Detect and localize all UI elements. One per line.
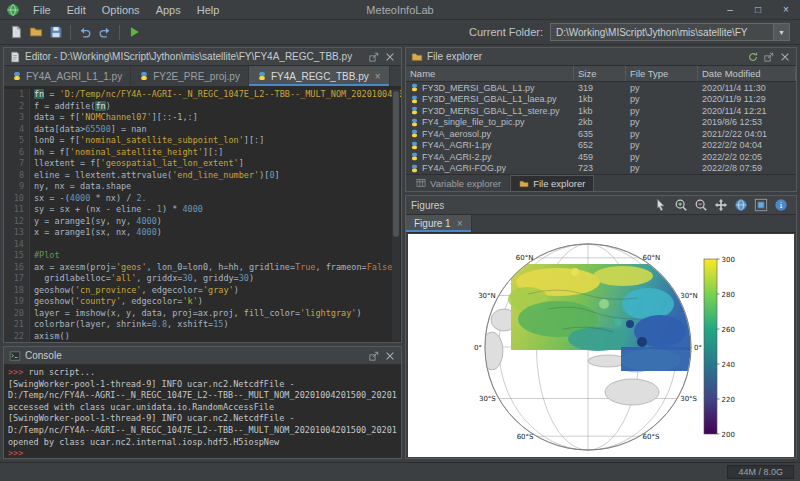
table-row[interactable]: FY3D_MERSI_GBAL_L1_stere.py1kbpy2020/11/… — [406, 105, 796, 117]
line-number: 20 — [4, 308, 30, 320]
save-icon[interactable] — [47, 23, 65, 41]
run-icon[interactable] — [125, 23, 143, 41]
scrollbar-thumb[interactable] — [393, 91, 399, 237]
select-icon[interactable] — [652, 196, 670, 214]
float-panel-icon[interactable] — [368, 51, 380, 63]
code-line: 20layer = imshow(x, y, data, proj=ax.pro… — [4, 308, 401, 320]
refresh-icon[interactable] — [747, 51, 759, 63]
undo-icon[interactable] — [76, 23, 94, 41]
code-text: eline = llextent.attrvalue('end_line_num… — [30, 170, 280, 182]
file-size: 723 — [574, 163, 626, 173]
code-line: 21colorbar(layer, shrink=0.8, xshift=15) — [4, 319, 401, 331]
float-panel-icon[interactable] — [368, 350, 380, 362]
line-number: 16 — [4, 262, 30, 274]
open-folder-icon[interactable] — [27, 23, 45, 41]
column-header-file-type[interactable]: File Type — [626, 66, 698, 81]
redo-icon[interactable] — [96, 23, 114, 41]
python-file-icon — [410, 141, 419, 150]
menu-options[interactable]: Options — [94, 0, 148, 20]
code-line: 6hh = f['nominal_satellite_height'][:] — [4, 147, 401, 159]
lat-label-right: 0° — [694, 344, 702, 352]
close-tab-icon[interactable]: × — [375, 71, 381, 82]
tab-label: FY4A_AGRI_L1_1.py — [26, 71, 122, 82]
tab-file-explorer[interactable]: File explorer — [510, 175, 594, 191]
file-type: py — [626, 129, 698, 139]
code-text: colorbar(layer, shrink=0.8, xshift=15) — [30, 319, 229, 331]
pan-icon[interactable] — [712, 196, 730, 214]
console-output[interactable]: >>> run script...[SwingWorker-pool-1-thr… — [4, 365, 401, 458]
chevron-down-icon[interactable]: ▼ — [773, 24, 789, 40]
code-text: data[data>65500] = nan — [30, 124, 147, 136]
folder-icon — [519, 179, 529, 189]
colorbar-tick-label: 260 — [722, 326, 735, 334]
console-line: [SwingWorker-pool-1-thread-9] INFO ucar.… — [8, 379, 397, 391]
full-extent-icon[interactable] — [752, 196, 770, 214]
close-panel-icon[interactable] — [384, 350, 396, 362]
code-text: sy = sx + (nx - eline - 1) * 4000 — [30, 204, 203, 216]
code-text: ax = axesm(proj='geos', lon_0=lon0, h=hh… — [30, 262, 397, 274]
colorbar-tick-label: 280 — [722, 291, 735, 299]
current-folder-combobox[interactable]: D:\Working\MIScript\Jython\mis\satellite… — [550, 23, 790, 41]
line-number: 8 — [4, 170, 30, 182]
menu-edit[interactable]: Edit — [59, 0, 94, 20]
new-file-icon[interactable] — [7, 23, 25, 41]
current-folder-label: Current Folder: — [469, 26, 543, 38]
close-tab-icon[interactable]: × — [457, 218, 463, 229]
file-type: py — [626, 83, 698, 93]
colorbar-ticks: 300280260240220200 — [717, 256, 735, 439]
code-line: 19geoshow('country', edgecolor='k') — [4, 296, 401, 308]
editor-tab-fy2e-pre-proj-py[interactable]: FY2E_PRE_proj.py — [131, 66, 249, 86]
file-size: 2kb — [574, 117, 626, 127]
column-header-size[interactable]: Size — [574, 66, 626, 81]
close-panel-icon[interactable] — [779, 51, 791, 63]
line-number: 13 — [4, 227, 30, 239]
line-number: 12 — [4, 216, 30, 228]
figure-tab-bar: Figure 1 × — [406, 215, 796, 233]
table-row[interactable]: FY4_single_file_to_pic.py2kbpy2019/8/6 1… — [406, 117, 796, 129]
maximize-button[interactable]: □ — [744, 0, 772, 19]
code-text: hh = f['nominal_satellite_height'][:] — [30, 147, 223, 159]
identify-icon[interactable]: i — [772, 196, 790, 214]
file-name: FY4_single_file_to_pic.py — [422, 117, 525, 127]
editor-tab-fy4a-agri-l1-1-py[interactable]: FY4A_AGRI_L1_1.py — [4, 66, 131, 86]
table-row[interactable]: FY3D_MERSI_GBAL_L1_laea.py1kbpy2020/11/9… — [406, 94, 796, 106]
column-header-date-modified[interactable]: Date Modified — [698, 66, 796, 81]
lat-label-left: 0° — [474, 344, 482, 352]
editor-scrollbar[interactable] — [392, 89, 400, 341]
figure-tab[interactable]: Figure 1 × — [406, 215, 472, 232]
table-row[interactable]: FY4A_aerosol.py635py2021/2/22 04:01 — [406, 128, 796, 140]
window-controls: –□× — [716, 0, 800, 19]
toolbar-separator — [119, 25, 120, 40]
table-row[interactable]: FY3D_MERSI_GBAL_L1.py319py2020/11/4 11:3… — [406, 82, 796, 94]
figures-panel-header: Figures i — [406, 196, 796, 215]
code-line: 12y = arange1(sy, ny, 4000) — [4, 216, 401, 228]
code-line: 15#Plot — [4, 250, 401, 262]
float-panel-icon[interactable] — [763, 51, 775, 63]
column-header-name[interactable]: Name — [406, 66, 574, 81]
globe-icon[interactable] — [732, 196, 750, 214]
menu-apps[interactable]: Apps — [148, 0, 189, 20]
table-row[interactable]: FY4A_AGRI-1.py652py2022/2/2 04:04 — [406, 140, 796, 152]
file-table: FY3D_MERSI_GBAL_L1.py319py2020/11/4 11:3… — [406, 82, 796, 174]
memory-usage: 44M / 8.0G — [727, 465, 794, 479]
tab-variable-explorer[interactable]: Variable explorer — [408, 175, 510, 191]
close-button[interactable]: × — [772, 0, 800, 19]
minimize-button[interactable]: – — [716, 0, 744, 19]
close-panel-icon[interactable] — [384, 51, 396, 63]
table-row[interactable]: FY4A_AGRI-2.py459py2022/2/2 02:05 — [406, 151, 796, 163]
menu-file[interactable]: File — [25, 0, 59, 20]
tab-label: FY4A_REGC_TBB.py — [271, 71, 369, 82]
zoom-in-icon[interactable] — [672, 196, 690, 214]
file-name-cell: FY4A_AGRI-FOG.py — [406, 163, 574, 173]
menu-help[interactable]: Help — [189, 0, 228, 20]
code-text: ny, nx = data.shape — [30, 181, 131, 193]
code-line: 8eline = llextent.attrvalue('end_line_nu… — [4, 170, 401, 182]
code-text: y = arange1(sy, ny, 4000) — [30, 216, 162, 228]
console-line: accessed with class ucar.unidata.io.Rand… — [8, 402, 397, 414]
zoom-out-icon[interactable] — [692, 196, 710, 214]
table-row[interactable]: FY4A_AGRI-FOG.py723py2022/2/8 07:59 — [406, 163, 796, 175]
code-editor[interactable]: 1fn = 'D:/Temp/nc/FY4A--AGRI--_N_REGC_10… — [4, 87, 401, 342]
code-line: 14 — [4, 239, 401, 251]
figure-canvas[interactable]: 60°N60°N30°N30°N0°0°30°S30°S60°S60°S 300… — [408, 234, 794, 457]
editor-tab-fy4a-regc-tbb-py[interactable]: FY4A_REGC_TBB.py× — [249, 66, 390, 86]
